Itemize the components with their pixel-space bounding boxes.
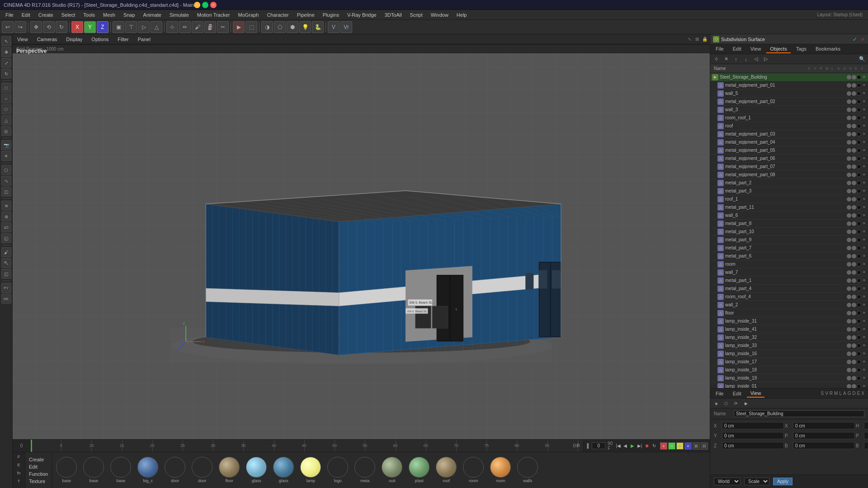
menu-animate[interactable]: Animate <box>140 11 165 19</box>
tab-view[interactable]: View <box>747 45 765 53</box>
scene-item-dot-15-1[interactable] <box>852 197 856 202</box>
scene-item-dot-1-0[interactable] <box>847 83 851 88</box>
scene-item-dot-28-3[interactable]: ✕ <box>862 303 866 307</box>
menu-edit[interactable]: Edit <box>18 11 34 19</box>
scene-item-dot-25-0[interactable] <box>847 278 851 283</box>
vp-split-icon[interactable]: ⊞ <box>694 36 700 42</box>
scene-tree-item-3[interactable]: △metal_eqipment_part_02✕ <box>710 98 868 106</box>
rot-p-input[interactable] <box>793 432 855 439</box>
scene-item-dot-11-1[interactable] <box>852 164 856 169</box>
scene-item-dot-30-2[interactable] <box>857 319 861 324</box>
scene-item-dot-22-3[interactable]: ✕ <box>862 254 866 258</box>
scene-item-dot-12-2[interactable] <box>857 173 861 177</box>
scale-select[interactable]: Scale Size <box>744 478 769 485</box>
material-item-0[interactable]: base <box>54 456 79 485</box>
scene-item-dot-28-0[interactable] <box>847 303 851 307</box>
material-item-1[interactable]: base <box>81 456 106 485</box>
scene-item-dot-9-0[interactable] <box>847 148 851 153</box>
scene-item-dot-17-2[interactable] <box>857 213 861 218</box>
menu-script[interactable]: Script <box>406 11 426 19</box>
scene-item-dot-0-3[interactable]: ✕ <box>862 75 866 80</box>
scene-item-dot-20-0[interactable] <box>847 238 851 242</box>
scene-item-dot-7-1[interactable] <box>852 132 856 136</box>
scale-h-input[interactable] <box>864 422 868 429</box>
scene-item-dot-6-3[interactable]: ✕ <box>862 124 866 128</box>
tb-shading[interactable]: ◑ <box>261 21 273 33</box>
vp-options-menu[interactable]: Options <box>89 36 111 43</box>
menu-plugins[interactable]: Plugins <box>319 11 343 19</box>
scene-item-dot-15-3[interactable]: ✕ <box>862 197 866 202</box>
scene-tree-item-30[interactable]: △lamp_inside_31✕ <box>710 317 868 325</box>
scene-item-dot-33-2[interactable] <box>857 343 861 348</box>
scene-item-dot-37-3[interactable]: ✕ <box>862 376 866 380</box>
tb-z-axis[interactable]: Z <box>97 21 108 33</box>
rot-x-input[interactable] <box>793 422 855 429</box>
scene-item-dot-2-2[interactable] <box>857 91 861 96</box>
scene-tree-item-4[interactable]: △wall_3✕ <box>710 106 868 114</box>
scene-item-dot-13-3[interactable]: ✕ <box>862 181 866 185</box>
pos-y-input[interactable] <box>722 432 784 439</box>
scene-item-dot-14-2[interactable] <box>857 189 861 193</box>
scene-item-dot-38-3[interactable]: ✕ <box>862 384 866 389</box>
scene-item-dot-37-0[interactable] <box>847 376 851 380</box>
mat-create-btn[interactable]: Create <box>27 456 50 463</box>
tb-render-region[interactable]: ⬚ <box>245 21 257 33</box>
scene-item-dot-22-1[interactable] <box>852 254 856 258</box>
scene-tree-item-18[interactable]: △metal_part_8✕ <box>710 220 868 228</box>
scene-item-dot-22-2[interactable] <box>857 254 861 258</box>
scene-item-dot-26-1[interactable] <box>852 286 856 291</box>
scene-item-dot-11-3[interactable]: ✕ <box>862 164 866 169</box>
subdiv-check[interactable]: ✓ <box>853 36 857 42</box>
menu-tools[interactable]: Tools <box>80 11 99 19</box>
scene-item-dot-37-1[interactable] <box>852 376 856 380</box>
lt-texture[interactable]: ◫ <box>1 269 11 279</box>
lt-material[interactable]: ◱ <box>1 233 11 243</box>
scene-item-dot-20-3[interactable]: ✕ <box>862 238 866 242</box>
lt-polygon[interactable]: ⬡ <box>1 165 11 175</box>
material-item-16[interactable]: room <box>488 456 513 485</box>
scene-item-dot-37-2[interactable] <box>857 376 861 380</box>
scene-item-dot-36-0[interactable] <box>847 368 851 372</box>
scene-item-dot-21-0[interactable] <box>847 246 851 250</box>
pos-z-input[interactable] <box>722 442 784 449</box>
scene-tree-item-12[interactable]: △metal_eqipment_part_08✕ <box>710 171 868 179</box>
obj-tb-2[interactable]: ⬡ <box>722 399 730 408</box>
scene-item-dot-38-1[interactable] <box>852 384 856 389</box>
scene-item-dot-19-0[interactable] <box>847 230 851 234</box>
scene-item-dot-0-0[interactable] <box>847 75 851 80</box>
scene-item-dot-3-1[interactable] <box>852 99 856 104</box>
scene-content[interactable]: ▶Steel_Storage_Building✕△metal_eqipment_… <box>710 73 868 388</box>
mt-tex[interactable]: T <box>14 478 24 485</box>
scene-item-dot-16-1[interactable] <box>852 205 856 210</box>
step-back-btn[interactable]: ◀ <box>623 442 628 450</box>
lt-maxon[interactable]: MX <box>1 294 11 304</box>
scene-item-dot-17-1[interactable] <box>852 213 856 218</box>
scene-item-dot-23-3[interactable]: ✕ <box>862 262 866 267</box>
lt-move-tool[interactable]: ✥ <box>1 47 11 57</box>
scene-item-dot-23-0[interactable] <box>847 262 851 267</box>
scene-item-dot-22-0[interactable] <box>847 254 851 258</box>
scene-item-dot-15-0[interactable] <box>847 197 851 202</box>
scene-item-dot-2-1[interactable] <box>852 91 856 96</box>
scene-item-dot-24-3[interactable]: ✕ <box>862 270 866 275</box>
scene-item-dot-16-3[interactable]: ✕ <box>862 205 866 210</box>
scene-tb-4[interactable]: ↓ <box>742 55 750 63</box>
scene-item-dot-6-0[interactable] <box>847 124 851 128</box>
tb-python[interactable]: 🐍 <box>312 21 324 33</box>
scene-item-dot-29-0[interactable] <box>847 311 851 315</box>
scene-tree-item-37[interactable]: △lamp_inside_19✕ <box>710 374 868 382</box>
material-item-12[interactable]: outi <box>379 456 405 485</box>
scene-tree-item-23[interactable]: △room✕ <box>710 260 868 268</box>
obj-name-input[interactable] <box>734 410 864 417</box>
scene-tb-6[interactable]: ▷ <box>762 55 770 63</box>
tb-scale[interactable]: ⟲ <box>43 21 55 33</box>
scene-item-dot-21-2[interactable] <box>857 246 861 250</box>
loop-btn[interactable]: ↻ <box>651 442 657 450</box>
mat-function-btn[interactable]: Function <box>27 471 50 477</box>
menu-window[interactable]: Window <box>427 11 452 19</box>
scene-tree-item-16[interactable]: △metal_part_11✕ <box>710 203 868 211</box>
scene-item-dot-31-0[interactable] <box>847 327 851 332</box>
tb-move[interactable]: ✥ <box>30 21 42 33</box>
scene-tree-item-25[interactable]: △metal_part_1✕ <box>710 277 868 285</box>
rot-b-input[interactable] <box>793 442 855 449</box>
